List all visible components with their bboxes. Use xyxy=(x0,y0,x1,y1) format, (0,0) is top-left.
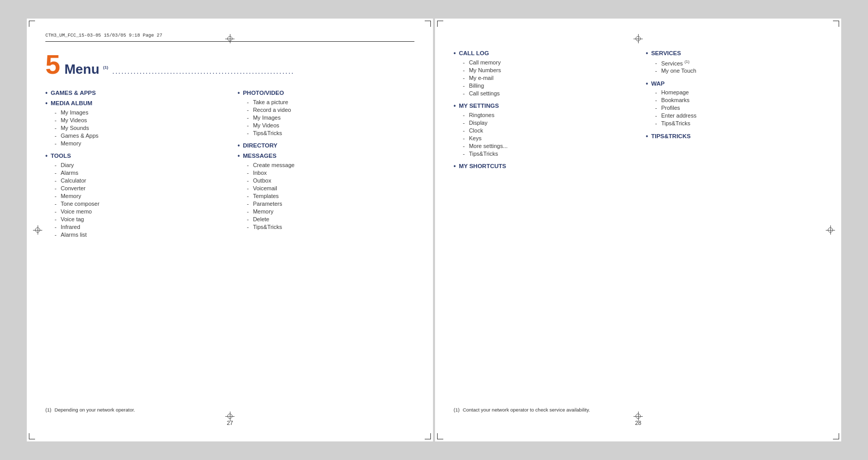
list-item: -Alarms list xyxy=(45,231,222,238)
page-title-area: 5 Menu (1) .............................… xyxy=(45,51,414,78)
list-item: -My Videos xyxy=(45,116,222,124)
footnote-num: (1) xyxy=(45,407,52,413)
column-1: • GAMES & APPS • MEDIA ALBUM -My Images … xyxy=(45,89,222,243)
section-title-calllog: • CALL LOG xyxy=(454,50,630,57)
page-number-28: 28 xyxy=(635,420,641,426)
list-item: -Services (1) xyxy=(646,58,823,67)
content-columns: • GAMES & APPS • MEDIA ALBUM -My Images … xyxy=(45,89,414,243)
corner-br xyxy=(425,433,431,439)
section-title-photo: • PHOTO/VIDEO xyxy=(238,89,414,96)
section-tools: • TOOLS -Diary -Alarms -Calculator -Conv… xyxy=(45,152,222,238)
crosshair-top xyxy=(225,34,235,43)
page28-footer: (1) Contact your network operator to che… xyxy=(435,407,841,413)
page-27: CTH3_UM_FCC_15-03-05 15/03/05 9:18 Page … xyxy=(27,19,433,441)
corner-tl xyxy=(29,21,35,27)
list-item: -Call memory xyxy=(454,58,630,66)
page28-col2: • SERVICES -Services (1) -My one Touch •… xyxy=(646,50,823,173)
list-item: -Memory xyxy=(45,192,222,200)
footnote-text-28: Contact your network operator to check s… xyxy=(463,407,590,413)
chapter-title: Menu (1) xyxy=(64,61,108,77)
list-item: -Infrared xyxy=(45,223,222,231)
section-photo-video: • PHOTO/VIDEO -Take a picture -Record a … xyxy=(238,89,414,137)
section-title-media: • MEDIA ALBUM xyxy=(45,100,222,107)
section-tips-tricks: • TIPS&TRICKS xyxy=(646,133,823,140)
list-item: -Tips&Tricks xyxy=(238,223,414,231)
section-wap: • WAP -Homepage -Bookmarks -Profiles -En… xyxy=(646,80,823,127)
page-footer: (1) Depending on your network operator. xyxy=(27,407,433,413)
list-item: -Converter xyxy=(45,184,222,192)
list-item: -My Numbers xyxy=(454,66,630,74)
list-item: -Voicemail xyxy=(238,184,414,192)
section-games-apps: • GAMES & APPS xyxy=(45,89,222,96)
corner-tr xyxy=(425,21,431,27)
list-item: -Homepage xyxy=(646,89,823,96)
page-number-27: 27 xyxy=(227,420,233,426)
section-title-services: • SERVICES xyxy=(646,50,823,57)
list-item: -Tips&Tricks xyxy=(646,120,823,127)
crosshair-left xyxy=(33,225,42,235)
list-item: -Take a picture xyxy=(238,98,414,106)
crosshair-right-28 xyxy=(826,225,835,235)
footnote-text: Depending on your network operator. xyxy=(55,407,135,413)
page28-content: • CALL LOG -Call memory -My Numbers -My … xyxy=(454,50,823,173)
corner-tr-28 xyxy=(833,21,839,27)
section-title-tools: • TOOLS xyxy=(45,152,222,159)
section-services: • SERVICES -Services (1) -My one Touch xyxy=(646,50,823,75)
list-item: -Voice tag xyxy=(45,215,222,223)
section-title-messages: • MESSAGES xyxy=(238,152,414,159)
list-item: -Templates xyxy=(238,192,414,200)
list-item: -Bookmarks xyxy=(646,96,823,104)
section-title-wap: • WAP xyxy=(646,80,823,87)
section-messages: • MESSAGES -Create message -Inbox -Outbo… xyxy=(238,152,414,231)
list-item: -Parameters xyxy=(238,200,414,207)
list-item: -My Sounds xyxy=(45,124,222,132)
section-media-album: • MEDIA ALBUM -My Images -My Videos -My … xyxy=(45,100,222,147)
section-call-log: • CALL LOG -Call memory -My Numbers -My … xyxy=(454,50,630,97)
title-dots: ........................................… xyxy=(112,67,414,75)
section-title-directory: • DIRECTORY xyxy=(238,142,414,149)
list-item: -My Videos xyxy=(238,121,414,129)
section-title-shortcuts: • MY SHORTCUTS xyxy=(454,162,630,170)
list-item: -Inbox xyxy=(238,169,414,176)
list-item: -Profiles xyxy=(646,104,823,112)
list-item: -Games & Apps xyxy=(45,132,222,139)
list-item: -My Images xyxy=(45,108,222,116)
corner-bl xyxy=(29,433,35,439)
list-item: -My one Touch xyxy=(646,67,823,75)
section-title-settings: • MY SETTINGS xyxy=(454,102,630,109)
section-my-settings: • MY SETTINGS -Ringtones -Display -Clock… xyxy=(454,102,630,157)
list-item: -Tone composer xyxy=(45,200,222,207)
section-my-shortcuts: • MY SHORTCUTS xyxy=(454,162,630,170)
section-title-games: • GAMES & APPS xyxy=(45,89,222,96)
page-28: • CALL LOG -Call memory -My Numbers -My … xyxy=(435,19,841,441)
crosshair-top-28 xyxy=(633,34,643,43)
list-item: -Display xyxy=(454,119,630,126)
list-item: -Calculator xyxy=(45,176,222,184)
title-sup: (1) xyxy=(103,65,108,70)
list-item: -My Images xyxy=(238,113,414,121)
corner-bl-28 xyxy=(437,433,443,439)
list-item: -Call settings xyxy=(454,89,630,97)
corner-tl-28 xyxy=(437,21,443,27)
list-item: -More settings... xyxy=(454,142,630,150)
list-item: -Delete xyxy=(238,215,414,223)
list-item: -Tips&Tricks xyxy=(454,150,630,157)
section-directory: • DIRECTORY xyxy=(238,142,414,149)
list-item: -Ringtones xyxy=(454,111,630,119)
list-item: -Memory xyxy=(45,139,222,147)
page28-col1: • CALL LOG -Call memory -My Numbers -My … xyxy=(454,50,630,173)
footnote-num-28: (1) xyxy=(454,407,460,413)
list-item: -Enter address xyxy=(646,112,823,120)
corner-br-28 xyxy=(833,433,839,439)
list-item: -Keys xyxy=(454,134,630,142)
list-item: -Memory xyxy=(238,207,414,215)
list-item: -Billing xyxy=(454,81,630,89)
list-item: -Outbox xyxy=(238,176,414,184)
list-item: -Diary xyxy=(45,161,222,169)
list-item: -Record a video xyxy=(238,106,414,113)
list-item: -Create message xyxy=(238,161,414,169)
list-item: -Alarms xyxy=(45,169,222,176)
column-2: • PHOTO/VIDEO -Take a picture -Record a … xyxy=(238,89,414,243)
footnote: (1) Depending on your network operator. xyxy=(45,407,414,413)
section-title-tips: • TIPS&TRICKS xyxy=(646,133,823,140)
